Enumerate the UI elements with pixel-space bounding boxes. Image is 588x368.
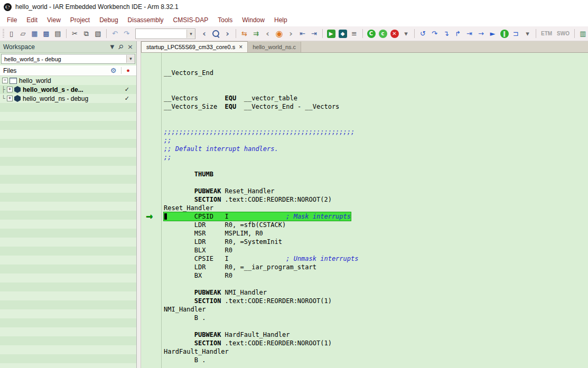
trace-grid-button[interactable]: ▥ [577, 28, 588, 39]
code-line[interactable]: B . [164, 314, 588, 322]
code-line[interactable]: BLX R0 [164, 246, 588, 254]
close-tab-icon[interactable]: × [239, 44, 242, 50]
menu-item-window[interactable]: Window [237, 15, 269, 25]
stop-debugging-button[interactable]: ⊐ [510, 28, 521, 39]
menu-item-tools[interactable]: Tools [213, 15, 237, 25]
tree-row[interactable]: └+hello_world_ns - debug✓ [0, 94, 136, 103]
code-line[interactable]: Reset_Handler [164, 204, 588, 212]
prev-bookmark-button[interactable]: ‹ [262, 28, 273, 39]
editor-gutter[interactable]: → [141, 53, 162, 368]
menu-item-cmsis-dap[interactable]: CMSIS-DAP [169, 15, 213, 25]
code-line[interactable]: SECTION .text:CODE:REORDER:NOROOT(1) [164, 339, 588, 347]
expander-minus-icon[interactable]: − [2, 78, 8, 83]
menu-item-edit[interactable]: Edit [22, 15, 42, 25]
tree-row[interactable]: −hello_world [0, 76, 136, 85]
code-line[interactable]: B . [164, 356, 588, 364]
code-line[interactable]: ;; [164, 153, 588, 162]
code-line[interactable]: NMI_Handler [164, 305, 588, 314]
go-button[interactable]: ► [487, 28, 498, 39]
goto-definition-button[interactable]: ⇥ [309, 28, 320, 39]
redo-button[interactable]: ↷ [121, 28, 132, 39]
menu-item-help[interactable]: Help [269, 15, 292, 25]
save-all-button[interactable]: ▩ [41, 28, 52, 39]
find-button[interactable] [210, 28, 221, 39]
etm-button[interactable]: ETM [539, 31, 554, 36]
debug-options-caret-button[interactable]: ▾ [522, 28, 533, 39]
step-over-button[interactable]: ↷ [429, 28, 440, 39]
open-file-button[interactable]: ▱ [17, 28, 29, 39]
code-line[interactable]: PUBWEAK NMI_Handler [164, 288, 588, 297]
paste-button[interactable]: ▧ [92, 28, 104, 39]
panel-menu-icon[interactable]: ▼ [110, 44, 115, 50]
download-and-debug-button[interactable]: ▶ [325, 28, 337, 39]
code-line[interactable]: ;;;;;;;;;;;;;;;;;;;;;;;;;;;;;;;;;;;;;;;;… [164, 128, 588, 136]
find-combo[interactable]: ▾ [135, 29, 195, 39]
save-button[interactable]: ▦ [29, 28, 40, 39]
copy-button[interactable]: ⧉ [81, 28, 92, 39]
code-line[interactable]: HardFault_Handler [164, 347, 588, 356]
menu-item-disassembly[interactable]: Disassembly [123, 15, 169, 25]
code-line[interactable]: LDR R0, =__iar_program_start [164, 263, 588, 271]
break-button[interactable]: ‖ [499, 28, 510, 39]
code-line[interactable]: SECTION .text:CODE:REORDER:NOROOT(2) [164, 195, 588, 204]
code-line[interactable]: __Vectors_Size EQU __Vectors_End - __Vec… [164, 102, 588, 111]
panel-splitter[interactable] [137, 41, 141, 368]
debug-without-downloading-button[interactable]: ◆ [337, 28, 348, 39]
tab-startup-lpc55s69-cm33-core0-s[interactable]: startup_LPC55S69_cm33_core0.s× [141, 41, 248, 52]
swo-button[interactable]: SWO [555, 31, 572, 36]
code-area[interactable]: __Vectors_End__Vectors EQU __vector_tabl… [162, 53, 588, 368]
menu-item-debug[interactable]: Debug [95, 15, 123, 25]
code-line[interactable]: THUMB [164, 170, 588, 178]
new-document-button[interactable]: ▯ [6, 28, 17, 39]
step-out-button[interactable]: ↱ [452, 28, 463, 39]
build-options-caret-button[interactable]: ▾ [400, 28, 412, 39]
menu-item-file[interactable]: File [2, 15, 22, 25]
code-line[interactable] [164, 322, 588, 331]
code-line[interactable] [164, 178, 588, 187]
code-line[interactable]: BX R0 [164, 271, 588, 280]
code-line[interactable]: __Vectors_End [164, 69, 588, 77]
open-header-file-button[interactable]: ⇤ [297, 28, 308, 39]
next-bookmark-button[interactable]: › [285, 28, 296, 39]
toggle-breakpoint-button[interactable]: ◉ [274, 28, 285, 39]
code-line[interactable]: ;; [164, 136, 588, 145]
close-panel-icon[interactable]: × [127, 43, 133, 51]
code-line[interactable]: CPSIE I ; Unmask interrupts [164, 254, 588, 263]
step-into-button[interactable]: ↴ [441, 28, 452, 39]
find-next-button[interactable]: › [222, 28, 233, 39]
find-previous-button[interactable]: ‹ [199, 28, 210, 39]
run-to-cursor-button[interactable]: → [475, 28, 487, 39]
code-line[interactable]: SECTION .text:CODE:REORDER:NOROOT(1) [164, 297, 588, 305]
menu-item-project[interactable]: Project [66, 15, 95, 25]
goto-line-button[interactable]: ⇉ [250, 28, 262, 39]
tree-row[interactable]: ├+hello_world_s - de...✓ [0, 85, 136, 94]
code-line[interactable]: ;; Default interrupt handlers. [164, 145, 588, 153]
code-line[interactable] [164, 86, 588, 94]
code-line[interactable] [164, 77, 588, 86]
stop-build-button[interactable]: ✕ [389, 28, 400, 39]
expander-plus-icon[interactable]: + [7, 87, 13, 92]
next-statement-button[interactable]: ⇥ [464, 28, 475, 39]
tab-hello-world-ns-c[interactable]: hello_world_ns.c [248, 42, 301, 52]
code-line[interactable] [164, 119, 588, 128]
make-button[interactable]: ≡ [349, 28, 360, 39]
code-line[interactable] [164, 111, 588, 119]
code-line[interactable]: PUBWEAK Reset_Handler [164, 187, 588, 195]
c-stat-clear-button[interactable]: c [377, 28, 388, 39]
code-line[interactable] [164, 162, 588, 170]
code-line[interactable]: PUBWEAK HardFault_Handler [164, 331, 588, 339]
reset-button[interactable]: ↺ [417, 28, 428, 39]
code-line[interactable]: LDR R0, =sfb(CSTACK) [164, 221, 588, 229]
gear-icon[interactable]: ⚙ [110, 67, 117, 74]
build-config-select[interactable]: hello_world_s - debug ▼ [1, 54, 135, 64]
expander-plus-icon[interactable]: + [7, 96, 13, 101]
code-line[interactable]: MSR MSPLIM, R0 [164, 229, 588, 238]
code-line[interactable]: CPSID I ; Mask interrupts [164, 212, 588, 221]
cut-button[interactable]: ✂ [69, 28, 80, 39]
code-line[interactable]: __Vectors EQU __vector_table [164, 94, 588, 102]
replace-button[interactable]: ⇆ [239, 28, 250, 39]
code-line[interactable] [164, 280, 588, 288]
menu-item-view[interactable]: View [42, 15, 66, 25]
undo-button[interactable]: ↶ [109, 28, 120, 39]
c-stat-analyze-button[interactable]: C [366, 28, 377, 39]
